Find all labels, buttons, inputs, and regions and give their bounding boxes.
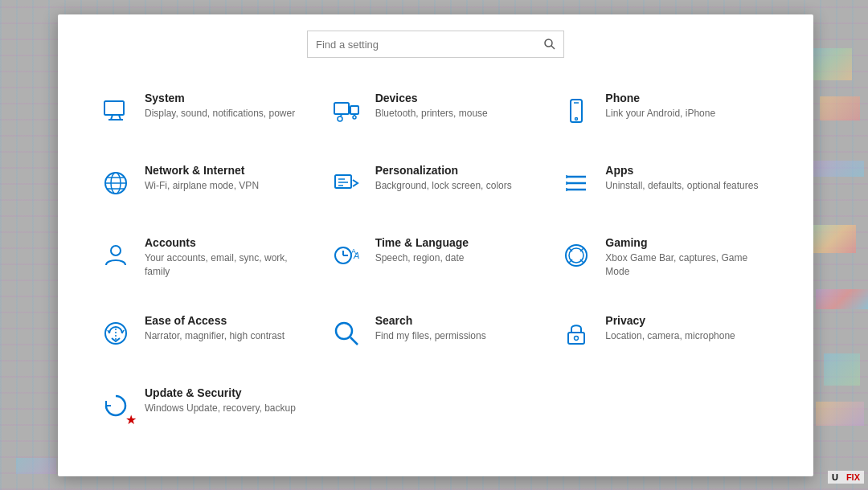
phone-desc: Link your Android, iPhone	[605, 107, 765, 120]
setting-item-system[interactable]: System Display, sound, notifications, po…	[90, 74, 321, 146]
privacy-desc: Location, camera, microphone	[605, 329, 765, 343]
search-icon	[544, 39, 555, 50]
svg-point-30	[111, 246, 121, 255]
devices-text: Devices Bluetooth, printers, mouse	[375, 92, 535, 120]
ease-text: Ease of Access Narrator, magnifier, high…	[145, 314, 305, 343]
svg-rect-6	[334, 103, 349, 114]
ease-title: Ease of Access	[145, 314, 305, 327]
setting-item-time[interactable]: A A Time & Language Speech, region, date	[321, 218, 551, 296]
privacy-icon	[559, 316, 594, 351]
network-icon	[98, 165, 133, 201]
setting-item-devices[interactable]: Devices Bluetooth, printers, mouse	[321, 74, 551, 146]
network-title: Network & Internet	[145, 164, 305, 177]
apps-icon	[559, 165, 594, 201]
badge-u: U	[828, 471, 842, 484]
setting-item-network[interactable]: Network & Internet Wi-Fi, airplane mode,…	[90, 146, 321, 218]
accounts-title: Accounts	[145, 236, 305, 249]
phone-text: Phone Link your Android, iPhone	[605, 92, 765, 120]
privacy-text: Privacy Location, camera, microphone	[605, 314, 765, 343]
accounts-text: Accounts Your accounts, email, sync, wor…	[145, 236, 305, 279]
apps-desc: Uninstall, defaults, optional features	[605, 179, 765, 193]
update-desc: Windows Update, recovery, backup	[145, 402, 305, 415]
gaming-icon	[559, 238, 594, 273]
phone-title: Phone	[605, 92, 765, 104]
apps-text: Apps Uninstall, defaults, optional featu…	[605, 164, 765, 193]
setting-item-search[interactable]: Search Find my files, permissions	[321, 296, 551, 369]
personalization-text: Personalization Background, lock screen,…	[375, 164, 535, 193]
search-icon-button[interactable]	[536, 31, 563, 58]
svg-point-0	[545, 39, 552, 47]
accounts-icon	[98, 238, 133, 273]
setting-item-update[interactable]: ★ Update & Security Windows Update, reco…	[90, 369, 321, 441]
svg-point-10	[353, 116, 356, 119]
gaming-title: Gaming	[605, 236, 765, 249]
setting-item-apps[interactable]: Apps Uninstall, defaults, optional featu…	[551, 146, 781, 218]
search-input[interactable]	[308, 39, 536, 51]
devices-icon	[329, 93, 364, 129]
network-text: Network & Internet Wi-Fi, airplane mode,…	[145, 164, 305, 193]
time-icon: A A	[329, 238, 364, 273]
settings-grid: System Display, sound, notifications, po…	[58, 66, 813, 457]
update-icon: ★	[98, 388, 133, 423]
svg-rect-46	[568, 333, 584, 344]
svg-point-47	[575, 336, 579, 340]
search-bar-area	[58, 14, 813, 66]
devices-title: Devices	[375, 92, 535, 104]
settings-window: System Display, sound, notifications, po…	[58, 14, 813, 476]
setting-item-ease[interactable]: Ease of Access Narrator, magnifier, high…	[90, 296, 321, 369]
network-desc: Wi-Fi, airplane mode, VPN	[145, 179, 305, 193]
system-icon	[98, 93, 133, 129]
search-setting-title: Search	[375, 314, 535, 327]
svg-line-45	[350, 337, 358, 345]
time-desc: Speech, region, date	[375, 251, 535, 265]
svg-line-1	[551, 46, 555, 49]
gaming-text: Gaming Xbox Game Bar, captures, Game Mod…	[605, 236, 765, 279]
personalization-desc: Background, lock screen, colors	[375, 179, 535, 193]
update-text: Update & Security Windows Update, recove…	[145, 386, 305, 415]
search-box	[307, 31, 564, 58]
setting-item-privacy[interactable]: Privacy Location, camera, microphone	[551, 296, 781, 369]
svg-rect-2	[104, 101, 124, 115]
system-title: System	[145, 92, 305, 104]
search-setting-desc: Find my files, permissions	[375, 329, 535, 343]
svg-point-44	[336, 323, 352, 339]
setting-item-gaming[interactable]: Gaming Xbox Game Bar, captures, Game Mod…	[551, 218, 781, 296]
privacy-title: Privacy	[605, 314, 765, 327]
personalization-icon	[329, 165, 364, 201]
system-desc: Display, sound, notifications, power	[145, 107, 305, 120]
ease-icon	[98, 316, 133, 351]
apps-title: Apps	[605, 164, 765, 177]
time-title: Time & Language	[375, 236, 535, 249]
badge-fix: FIX	[842, 471, 864, 484]
accounts-desc: Your accounts, email, sync, work, family	[145, 251, 305, 279]
devices-desc: Bluetooth, printers, mouse	[375, 107, 535, 120]
ease-desc: Narrator, magnifier, high contrast	[145, 329, 305, 343]
search-setting-icon	[329, 316, 364, 351]
system-text: System Display, sound, notifications, po…	[145, 92, 305, 120]
phone-icon	[559, 93, 594, 129]
update-star: ★	[125, 414, 137, 427]
setting-item-phone[interactable]: Phone Link your Android, iPhone	[551, 74, 781, 146]
search-setting-text: Search Find my files, permissions	[375, 314, 535, 343]
setting-item-personalization[interactable]: Personalization Background, lock screen,…	[321, 146, 551, 218]
gaming-desc: Xbox Game Bar, captures, Game Mode	[605, 251, 765, 279]
setting-item-accounts[interactable]: Accounts Your accounts, email, sync, wor…	[90, 218, 321, 296]
svg-point-14	[575, 118, 578, 120]
time-text: Time & Language Speech, region, date	[375, 236, 535, 265]
svg-rect-7	[350, 106, 358, 114]
svg-point-8	[338, 116, 342, 121]
svg-text:A: A	[353, 251, 359, 260]
personalization-title: Personalization	[375, 164, 535, 177]
update-title: Update & Security	[145, 386, 305, 399]
